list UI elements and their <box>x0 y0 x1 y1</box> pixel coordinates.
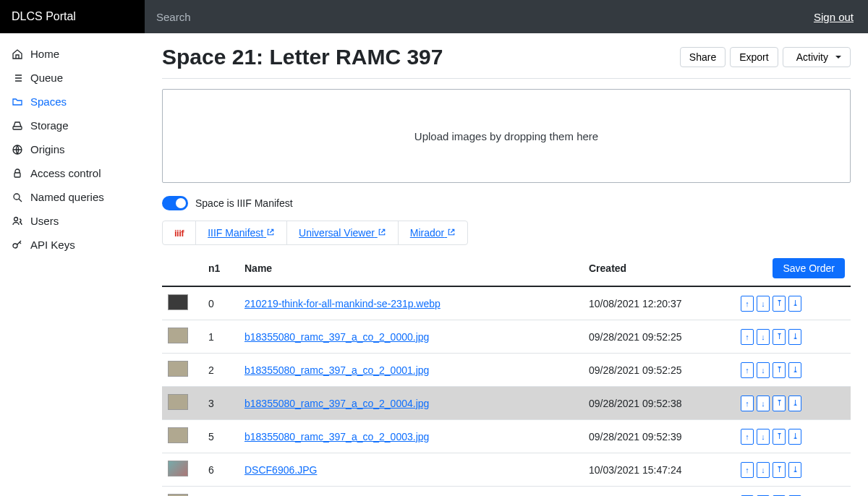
order-bottom-button[interactable]: ⤓ <box>788 362 801 378</box>
row-created: 09/28/2021 09:52:38 <box>583 387 735 420</box>
nav-named-queries[interactable]: Named queries <box>0 185 145 209</box>
thumbnail[interactable] <box>168 361 188 377</box>
nav-access-control[interactable]: Access control <box>0 161 145 185</box>
col-n1: n1 <box>203 252 239 286</box>
page-title: Space 21: Letter RAMC 397 <box>162 45 443 69</box>
row-created: 10/03/2021 15:47:24 <box>583 453 735 487</box>
nav-label: Home <box>30 48 59 60</box>
order-top-button[interactable]: ⤒ <box>773 329 786 345</box>
row-n1: 0 <box>203 286 239 320</box>
svg-point-5 <box>13 244 17 248</box>
nav-home[interactable]: Home <box>0 42 145 66</box>
table-row: 5b18355080_ramc_397_a_co_2_0003.jpg09/28… <box>162 420 851 453</box>
order-bottom-button[interactable]: ⤓ <box>788 329 801 345</box>
order-up-button[interactable]: ↑ <box>741 462 754 478</box>
nav-storage[interactable]: Storage <box>0 114 145 137</box>
folder-icon <box>12 96 23 108</box>
order-bottom-button[interactable]: ⤓ <box>788 395 801 411</box>
nav-label: Spaces <box>30 95 67 108</box>
external-icon <box>378 227 386 239</box>
share-button[interactable]: Share <box>680 47 726 67</box>
col-name: Name <box>239 252 583 286</box>
table-row: 7b18355080_ramc_397_a_co_2_0005.jpg09/28… <box>162 487 851 497</box>
nav-label: Storage <box>30 119 69 132</box>
save-order-button[interactable]: Save Order <box>773 258 845 278</box>
nav-api-keys[interactable]: API Keys <box>0 233 145 257</box>
order-down-button[interactable]: ↓ <box>757 296 770 312</box>
order-down-button[interactable]: ↓ <box>757 362 770 378</box>
image-name-link[interactable]: 210219-think-for-all-mankind-se-231p.web… <box>244 298 441 309</box>
row-n1: 6 <box>203 453 239 487</box>
order-up-button[interactable]: ↑ <box>741 296 754 312</box>
order-top-button[interactable]: ⤒ <box>773 296 786 312</box>
row-n1: 3 <box>203 387 239 420</box>
order-top-button[interactable]: ⤒ <box>773 429 786 445</box>
order-top-button[interactable]: ⤒ <box>773 395 786 411</box>
activity-label: Activity <box>796 51 828 63</box>
thumbnail[interactable] <box>168 461 188 476</box>
row-created: 09/28/2021 09:53:04 <box>583 487 735 497</box>
signout-link[interactable]: Sign out <box>799 11 868 23</box>
order-down-button[interactable]: ↓ <box>757 329 770 345</box>
globe-icon <box>12 144 23 155</box>
iiif-manifest-toggle[interactable] <box>162 196 188 210</box>
nav-origins[interactable]: Origins <box>0 137 145 161</box>
order-up-button[interactable]: ↑ <box>741 395 754 411</box>
dropzone[interactable]: Upload images by dropping them here <box>162 89 851 183</box>
svg-point-4 <box>14 217 18 221</box>
external-icon <box>266 227 275 239</box>
iiif-manifest-link[interactable]: IIIF Manifest <box>208 227 275 239</box>
svg-rect-2 <box>14 173 20 177</box>
row-created: 09/28/2021 09:52:39 <box>583 420 735 453</box>
svg-point-3 <box>14 194 20 200</box>
order-bottom-button[interactable]: ⤓ <box>788 296 801 312</box>
export-button[interactable]: Export <box>730 47 778 67</box>
order-up-button[interactable]: ↑ <box>741 362 754 378</box>
order-top-button[interactable]: ⤒ <box>773 462 786 478</box>
row-created: 09/28/2021 09:52:25 <box>583 320 735 354</box>
iiif-icon: iiif <box>174 228 184 239</box>
nav-users[interactable]: Users <box>0 209 145 233</box>
universal-viewer-link[interactable]: Universal Viewer <box>299 227 386 239</box>
activity-dropdown[interactable]: Activity <box>783 47 851 67</box>
row-n1: 5 <box>203 420 239 453</box>
row-created: 10/08/2021 12:20:37 <box>583 286 735 320</box>
order-down-button[interactable]: ↓ <box>757 429 770 445</box>
svg-rect-0 <box>13 127 22 129</box>
order-bottom-button[interactable]: ⤓ <box>788 429 801 445</box>
nav-label: Origins <box>30 143 65 155</box>
table-row: 6DSCF6906.JPG10/03/2021 15:47:24↑↓⤒⤓ <box>162 453 851 487</box>
brand: DLCS Portal <box>0 0 145 33</box>
image-name-link[interactable]: b18355080_ramc_397_a_co_2_0001.jpg <box>244 364 429 376</box>
row-created: 09/28/2021 09:52:25 <box>583 354 735 387</box>
order-down-button[interactable]: ↓ <box>757 462 770 478</box>
thumbnail[interactable] <box>168 427 188 443</box>
order-bottom-button[interactable]: ⤓ <box>788 462 801 478</box>
sidebar: HomeQueueSpacesStorageOriginsAccess cont… <box>0 33 145 496</box>
external-icon <box>447 227 456 239</box>
nav-spaces[interactable]: Spaces <box>0 90 145 114</box>
image-name-link[interactable]: b18355080_ramc_397_a_co_2_0003.jpg <box>244 431 429 442</box>
image-name-link[interactable]: DSCF6906.JPG <box>244 464 317 476</box>
order-up-button[interactable]: ↑ <box>741 329 754 345</box>
thumbnail[interactable] <box>168 294 188 310</box>
nav-queue[interactable]: Queue <box>0 66 145 90</box>
key-icon <box>12 239 23 251</box>
order-top-button[interactable]: ⤒ <box>773 362 786 378</box>
table-row: 0210219-think-for-all-mankind-se-231p.we… <box>162 286 851 320</box>
thumbnail[interactable] <box>168 328 188 343</box>
mirador-link[interactable]: Mirador <box>410 227 456 239</box>
nav-label: Queue <box>30 72 63 84</box>
image-name-link[interactable]: b18355080_ramc_397_a_co_2_0000.jpg <box>244 331 429 343</box>
order-down-button[interactable]: ↓ <box>757 395 770 411</box>
search-input[interactable]: Search <box>145 11 799 23</box>
list-icon <box>12 72 23 84</box>
row-n1: 7 <box>203 487 239 497</box>
thumbnail[interactable] <box>168 394 188 410</box>
image-name-link[interactable]: b18355080_ramc_397_a_co_2_0004.jpg <box>244 398 429 409</box>
table-row: 3b18355080_ramc_397_a_co_2_0004.jpg09/28… <box>162 387 851 420</box>
manifest-links: iiif IIIF Manifest Universal Viewer Mira… <box>162 221 468 245</box>
search-icon <box>12 192 23 203</box>
nav-label: Access control <box>30 167 101 179</box>
order-up-button[interactable]: ↑ <box>741 429 754 445</box>
